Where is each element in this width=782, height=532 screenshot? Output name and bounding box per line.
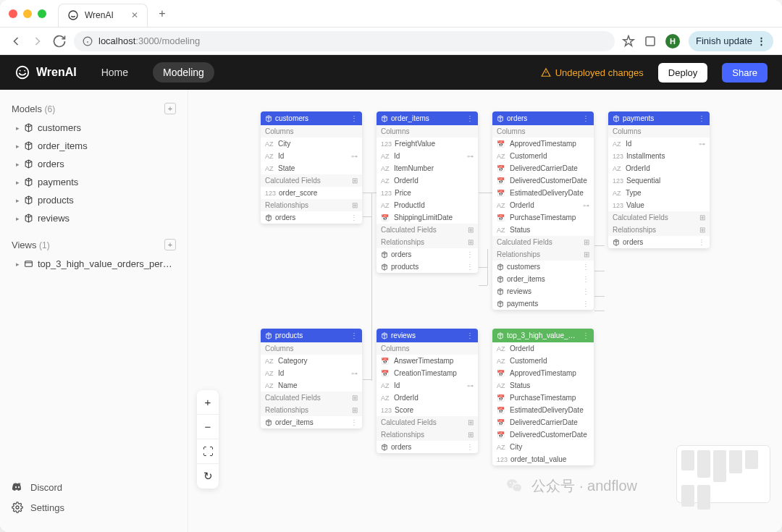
entity-relationship[interactable]: customers⋮ (492, 261, 594, 273)
add-relationship-icon[interactable]: ⊞ (352, 201, 358, 209)
sidebar-item-reviews[interactable]: ▸reviews (0, 209, 188, 227)
add-calculated-icon[interactable]: ⊞ (584, 238, 589, 246)
entity-relationship[interactable]: reviews⋮ (492, 285, 594, 297)
sidebar-item-customers[interactable]: ▸customers (0, 119, 188, 137)
entity-relationship[interactable]: orders⋮ (377, 248, 478, 261)
window-close-icon[interactable] (9, 9, 17, 18)
nav-modeling[interactable]: Modeling (153, 62, 214, 83)
sidebar-item-orders[interactable]: ▸orders (0, 155, 188, 173)
entity-field[interactable]: 123Installments (608, 150, 710, 162)
add-relationship-icon[interactable]: ⊞ (468, 238, 474, 246)
relationship-more-icon[interactable]: ⋮ (582, 275, 589, 283)
extensions-icon[interactable] (644, 35, 657, 48)
entity-field[interactable]: AZOrderId (377, 392, 478, 404)
entity-relationship[interactable]: orders⋮ (608, 236, 710, 248)
entity-field[interactable]: 123Value (608, 199, 710, 211)
entity-field[interactable]: 📅EstimatedDeliveryDate (492, 404, 594, 416)
relationship-more-icon[interactable]: ⋮ (466, 250, 474, 258)
entity-more-icon[interactable]: ⋮ (350, 332, 358, 339)
entity-orders[interactable]: orders⋮Columns📅ApprovedTimestampAZCustom… (492, 111, 594, 310)
entity-more-icon[interactable]: ⋮ (466, 332, 474, 339)
add-calculated-icon[interactable]: ⊞ (352, 177, 358, 185)
new-tab-button[interactable]: + (154, 5, 171, 22)
entity-field[interactable]: AZId⊶ (261, 150, 362, 162)
entity-relationship[interactable]: orders⋮ (377, 441, 478, 453)
finish-update-button[interactable]: Finish update ⋮ (689, 31, 773, 51)
profile-avatar[interactable]: H (665, 34, 680, 48)
finish-update-menu-icon[interactable]: ⋮ (757, 35, 766, 46)
window-maximize-icon[interactable] (38, 9, 46, 18)
entity-field[interactable]: AZCity (492, 441, 594, 453)
relationship-more-icon[interactable]: ⋮ (350, 214, 358, 221)
entity-field[interactable]: 123order_total_value (492, 453, 594, 465)
sidebar-item-products[interactable]: ▸products (0, 191, 188, 209)
entity-field[interactable]: AZOrderId (377, 174, 478, 187)
modeling-canvas[interactable]: customers⋮ColumnsAZCityAZId⊶AZStateCalcu… (188, 90, 782, 532)
entity-relationship[interactable]: products⋮ (377, 261, 478, 273)
entity-field[interactable]: AZCustomerId (492, 355, 594, 367)
entity-field[interactable]: 📅DeliveredCustomerDate (492, 174, 594, 187)
entity-field[interactable]: AZCustomerId (492, 150, 594, 162)
relationship-more-icon[interactable]: ⋮ (466, 443, 474, 451)
entity-more-icon[interactable]: ⋮ (350, 114, 358, 122)
entity-relationship[interactable]: orders⋮ (261, 211, 362, 224)
entity-field[interactable]: 📅EstimatedDeliveryDate (492, 187, 594, 199)
share-button[interactable]: Share (722, 63, 768, 83)
entity-field[interactable]: 123Price (377, 187, 478, 199)
entity-reviews[interactable]: reviews⋮Columns📅AnswerTimestamp📅Creation… (377, 329, 478, 453)
entity-field[interactable]: 📅DeliveredCustomerDate (492, 428, 594, 441)
entity-field[interactable]: 📅PurchaseTimestamp (492, 211, 594, 224)
window-minimize-icon[interactable] (23, 9, 32, 18)
sidebar-item-payments[interactable]: ▸payments (0, 173, 188, 191)
entity-field[interactable]: AZProductId (377, 199, 478, 211)
url-field[interactable]: localhost:3000/modeling (74, 31, 615, 51)
nav-home[interactable]: Home (91, 62, 138, 83)
relationship-more-icon[interactable]: ⋮ (466, 263, 474, 271)
entity-header[interactable]: reviews⋮ (377, 329, 478, 342)
entity-field[interactable]: AZName (261, 379, 362, 392)
entity-field[interactable]: AZId⊶ (261, 367, 362, 379)
add-relationship-icon[interactable]: ⊞ (699, 226, 705, 234)
entity-field[interactable]: 123Sequential (608, 174, 710, 187)
entity-more-icon[interactable]: ⋮ (698, 114, 705, 122)
entity-field[interactable]: AZStatus (492, 379, 594, 392)
relationship-more-icon[interactable]: ⋮ (582, 300, 589, 308)
entity-customers[interactable]: customers⋮ColumnsAZCityAZId⊶AZStateCalcu… (261, 111, 362, 224)
entity-header[interactable]: top_3_high_value_…⋮ (492, 329, 594, 342)
entity-field[interactable]: AZOrderId (608, 162, 710, 174)
entity-field[interactable]: 📅ApprovedTimestamp (492, 367, 594, 379)
add-calculated-icon[interactable]: ⊞ (468, 418, 474, 426)
entity-header[interactable]: products⋮ (261, 329, 362, 342)
nav-back-button[interactable] (9, 34, 23, 48)
entity-field[interactable]: 📅CreationTimestamp (377, 367, 478, 379)
entity-header[interactable]: order_items⋮ (377, 111, 478, 125)
add-calculated-icon[interactable]: ⊞ (699, 214, 705, 221)
entity-payments[interactable]: payments⋮ColumnsAZId⊶123InstallmentsAZOr… (608, 111, 710, 248)
bookmark-star-icon[interactable] (622, 35, 635, 48)
entity-field[interactable]: AZStatus (492, 224, 594, 236)
add-relationship-icon[interactable]: ⊞ (468, 431, 474, 439)
entity-field[interactable]: AZId⊶ (377, 379, 478, 392)
entity-field[interactable]: 📅DeliveredCarrierDate (492, 162, 594, 174)
entity-calculated-field[interactable]: 123order_score (261, 187, 362, 199)
add-relationship-icon[interactable]: ⊞ (352, 406, 358, 414)
entity-field[interactable]: AZCity (261, 138, 362, 150)
entity-header[interactable]: orders⋮ (492, 111, 594, 125)
fit-view-button[interactable]: ⛶ (197, 439, 219, 464)
entity-field[interactable]: AZOrderId⊶ (492, 199, 594, 211)
deploy-button[interactable]: Deploy (658, 63, 707, 83)
sidebar-settings-link[interactable]: Settings (12, 497, 176, 518)
entity-products[interactable]: products⋮ColumnsAZCategoryAZId⊶AZNameCal… (261, 329, 362, 428)
relationship-more-icon[interactable]: ⋮ (582, 263, 589, 271)
tab-close-icon[interactable]: ✕ (131, 10, 138, 20)
entity-relationship[interactable]: order_items⋮ (492, 273, 594, 285)
entity-field[interactable]: AZState (261, 162, 362, 174)
sidebar-discord-link[interactable]: Discord (12, 477, 176, 497)
browser-tab[interactable]: WrenAI ✕ (58, 4, 148, 27)
entity-field[interactable]: 📅ApprovedTimestamp (492, 138, 594, 150)
zoom-in-button[interactable]: + (197, 390, 219, 415)
entity-field[interactable]: AZOrderId (492, 342, 594, 355)
entity-field[interactable]: AZType (608, 187, 710, 199)
entity-header[interactable]: customers⋮ (261, 111, 362, 125)
entity-field[interactable]: AZCategory (261, 355, 362, 367)
